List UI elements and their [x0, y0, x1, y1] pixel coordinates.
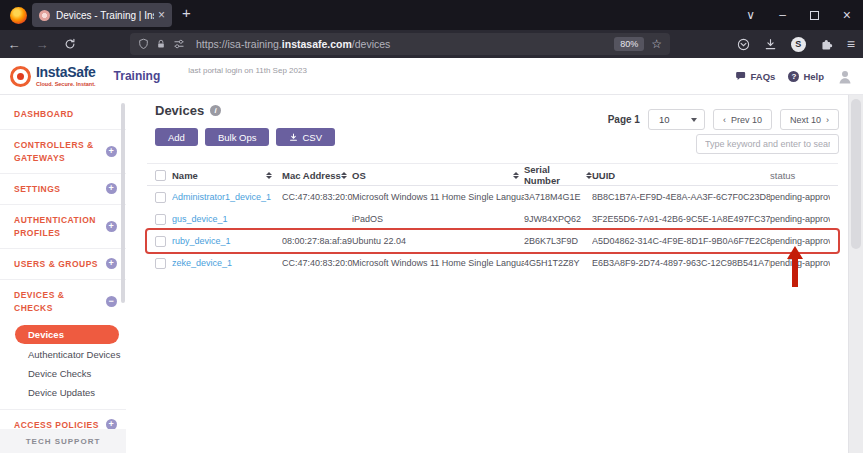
main-content: Devices i Add Bulk Ops CSV Page 1 10 ‹ P…	[126, 95, 846, 453]
table-row[interactable]: zeke_device_1 CC:47:40:83:20:00 Microsof…	[147, 252, 838, 274]
search-input[interactable]	[696, 134, 839, 154]
pocket-icon[interactable]	[737, 38, 750, 51]
sidebar-subitem-device-updates[interactable]: Device Updates	[0, 383, 126, 402]
device-name-link[interactable]: Administrator1_device_1	[172, 192, 282, 202]
sidebar-item-controllers-gateways[interactable]: CONTROLLERS & GATEWAYS +	[0, 129, 126, 173]
csv-download-button[interactable]: CSV	[276, 128, 335, 146]
status-badge: pending-approval	[770, 236, 830, 246]
logo-tagline: Cloud. Secure. Instant.	[36, 81, 96, 87]
sidebar: DASHBOARD CONTROLLERS & GATEWAYS + SETTI…	[0, 95, 126, 453]
status-badge: pending-approval	[770, 258, 830, 268]
page-scrollbar[interactable]	[848, 95, 863, 453]
expand-plus-icon[interactable]: +	[106, 258, 117, 269]
shield-icon[interactable]	[138, 38, 149, 50]
close-window-button[interactable]: ×	[843, 8, 851, 22]
downloads-icon[interactable]	[764, 38, 777, 51]
sidebar-subitem-devices[interactable]: Devices	[15, 325, 119, 344]
collapse-minus-icon[interactable]: −	[106, 296, 117, 307]
maximize-button[interactable]	[810, 11, 819, 20]
toolbar-right-icons: S ≡	[737, 30, 855, 58]
sort-name-icon[interactable]	[266, 172, 272, 179]
expand-plus-icon[interactable]: +	[106, 221, 117, 232]
faqs-link[interactable]: FAQs	[735, 71, 776, 82]
sidebar-item-devices-checks[interactable]: DEVICES & CHECKS −	[0, 279, 126, 323]
table-row[interactable]: Administrator1_device_1 CC:47:40:83:20:0…	[147, 186, 838, 208]
sidebar-item-authentication-profiles[interactable]: AUTHENTICATION PROFILES +	[0, 204, 126, 248]
instasafe-favicon-icon	[39, 10, 50, 21]
user-avatar-icon[interactable]	[837, 69, 853, 85]
prev-page-button[interactable]: ‹ Prev 10	[713, 109, 772, 130]
devices-table: Name Mac Address OS Serial Number UUID s…	[147, 163, 838, 274]
expand-plus-icon[interactable]: +	[106, 146, 117, 157]
sort-os-icon[interactable]	[513, 172, 519, 179]
page-size-select[interactable]: 10	[648, 109, 705, 130]
tab-list-chevron-icon[interactable]: ∨	[746, 9, 755, 21]
browser-tab[interactable]: Devices - Training | InstaSafe ×	[32, 3, 172, 27]
sort-mac-icon[interactable]	[341, 172, 347, 179]
scrollbar-thumb[interactable]	[851, 99, 861, 249]
add-button[interactable]: Add	[155, 128, 198, 146]
pagination: Page 1 10 ‹ Prev 10 Next 10 ›	[608, 109, 839, 130]
table-row-highlighted[interactable]: ruby_device_1 08:00:27:8a:af:a9 Ubuntu 2…	[147, 230, 838, 252]
download-icon	[289, 133, 298, 142]
sidebar-item-dashboard[interactable]: DASHBOARD	[0, 99, 126, 129]
row-checkbox[interactable]	[155, 236, 166, 247]
instasafe-logo-icon	[10, 66, 31, 87]
sidebar-scrollbar[interactable]	[121, 103, 125, 303]
menu-hamburger-icon[interactable]: ≡	[847, 36, 855, 52]
question-circle-icon: ?	[788, 71, 799, 82]
extensions-puzzle-icon[interactable]	[820, 38, 833, 51]
status-badge: pending-approval	[770, 214, 830, 224]
forward-icon[interactable]: →	[28, 37, 56, 52]
expand-plus-icon[interactable]: +	[106, 183, 117, 194]
instasafe-logo[interactable]: InstaSafe Cloud. Secure. Instant.	[10, 65, 96, 87]
lock-icon[interactable]	[156, 38, 166, 50]
devices-checks-submenu: Devices Authenticator Devices Device Che…	[0, 323, 126, 409]
tab-close-icon[interactable]: ×	[158, 8, 165, 22]
window-controls: ∨ – ×	[746, 0, 851, 30]
back-icon[interactable]: ←	[0, 37, 28, 52]
account-avatar-icon[interactable]: S	[791, 37, 806, 52]
zoom-level-badge[interactable]: 80%	[614, 37, 644, 51]
tenant-name: Training	[114, 69, 161, 83]
new-tab-button[interactable]: +	[182, 4, 191, 21]
help-link[interactable]: ? Help	[788, 71, 824, 82]
sidebar-subitem-authenticator-devices[interactable]: Authenticator Devices	[0, 345, 126, 364]
row-checkbox[interactable]	[155, 192, 166, 203]
device-name-link[interactable]: ruby_device_1	[172, 236, 282, 246]
status-badge: pending-approval	[770, 192, 830, 202]
bookmark-star-icon[interactable]: ☆	[651, 37, 662, 51]
chat-bubble-icon	[735, 71, 747, 82]
device-name-link[interactable]: gus_device_1	[172, 214, 282, 224]
minimize-button[interactable]: –	[779, 9, 786, 21]
page-indicator: Page 1	[608, 114, 640, 125]
tab-title: Devices - Training | InstaSafe	[56, 10, 154, 21]
chevron-left-icon: ‹	[723, 115, 726, 125]
url-text[interactable]: https://isa-training.instasafe.com/devic…	[196, 38, 607, 50]
reload-icon[interactable]	[56, 38, 84, 50]
chevron-right-icon: ›	[826, 115, 829, 125]
app-header: InstaSafe Cloud. Secure. Instant. Traini…	[0, 58, 863, 95]
browser-window: Devices - Training | InstaSafe × + ∨ – ×…	[0, 0, 863, 453]
table-row[interactable]: gus_device_1 iPadOS 9JW84XPQ62 3F2E55D6-…	[147, 208, 838, 230]
permissions-sliders-icon[interactable]	[173, 38, 185, 50]
sidebar-item-users-groups[interactable]: USERS & GROUPS +	[0, 248, 126, 279]
chevron-down-icon	[691, 118, 697, 122]
url-bar[interactable]: https://isa-training.instasafe.com/devic…	[130, 33, 670, 55]
select-all-checkbox[interactable]	[155, 170, 166, 181]
row-checkbox[interactable]	[155, 214, 166, 225]
sidebar-subitem-device-checks[interactable]: Device Checks	[0, 364, 126, 383]
logo-name: InstaSafe	[36, 65, 96, 79]
annotation-arrow-shaft	[792, 257, 798, 287]
tech-support-footer[interactable]: TECH SUPPORT	[0, 429, 126, 453]
sidebar-item-settings[interactable]: SETTINGS +	[0, 173, 126, 204]
row-checkbox[interactable]	[155, 258, 166, 269]
table-header-row: Name Mac Address OS Serial Number UUID s…	[147, 163, 838, 186]
firefox-icon[interactable]	[10, 7, 27, 24]
bulk-ops-button[interactable]: Bulk Ops	[205, 128, 270, 146]
last-login-text: last portal login on 11th Sep 2023	[188, 66, 307, 75]
info-icon[interactable]: i	[210, 105, 221, 116]
page-title: Devices i	[155, 103, 221, 118]
next-page-button[interactable]: Next 10 ›	[780, 109, 839, 130]
device-name-link[interactable]: zeke_device_1	[172, 258, 282, 268]
